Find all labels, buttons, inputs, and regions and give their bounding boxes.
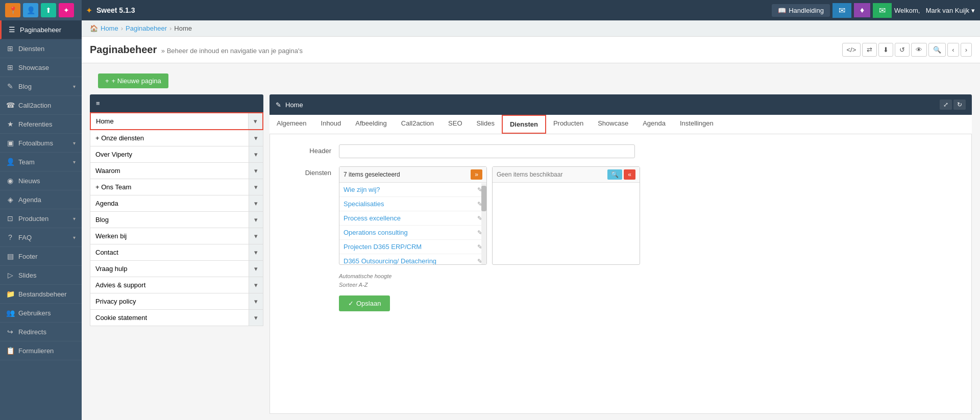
code-view-btn[interactable]: </> bbox=[842, 43, 861, 57]
tab-producten[interactable]: Producten bbox=[546, 115, 591, 134]
share-btn[interactable]: ⇄ bbox=[862, 43, 877, 57]
tree-item-6-arrow[interactable]: ▾ bbox=[249, 212, 263, 228]
tree-item-1-arrow[interactable]: ▾ bbox=[249, 130, 263, 146]
tree-item-5-content: Agenda bbox=[90, 195, 249, 211]
user-menu-button[interactable]: Welkom, Mark van Kuijk ▾ bbox=[894, 7, 975, 14]
tab-slides[interactable]: Slides bbox=[470, 115, 502, 134]
handleiding-button[interactable]: 📖 Handleiding bbox=[772, 4, 830, 17]
tree-item-8-arrow[interactable]: ▾ bbox=[249, 244, 263, 260]
prev-btn[interactable]: ‹ bbox=[947, 43, 959, 57]
new-page-button[interactable]: + + Nieuwe pagina bbox=[98, 73, 168, 88]
tree-item-4-content: + Ons Team bbox=[90, 179, 249, 195]
tree-item-4-arrow[interactable]: ▾ bbox=[249, 179, 263, 195]
sidebar-item-fotoalbums[interactable]: ▣ Fotoalbums ▾ bbox=[0, 134, 82, 153]
tab-seo[interactable]: SEO bbox=[441, 115, 469, 134]
tree-item-advies[interactable]: Advies & support ▾ bbox=[90, 277, 263, 293]
breadcrumb-home[interactable]: Home bbox=[101, 24, 118, 32]
tree-item-7-arrow[interactable]: ▾ bbox=[249, 228, 263, 244]
sidebar-item-footer[interactable]: ▤ Footer bbox=[0, 247, 82, 266]
sidebar-icon-bar: 📍 👤 ⬆ ✦ bbox=[0, 0, 82, 20]
sidebar-item-call2action[interactable]: ☎ Call2action bbox=[0, 96, 82, 115]
history-btn[interactable]: ↺ bbox=[895, 43, 910, 57]
tab-call2action[interactable]: Call2action bbox=[394, 115, 441, 134]
diensten-item-0[interactable]: Wie zijn wij? ✎ bbox=[339, 183, 486, 197]
remove-btn[interactable]: « bbox=[624, 169, 635, 180]
tree-item-3-label: Waarom bbox=[95, 167, 120, 175]
save-button[interactable]: ✓ Opslaan bbox=[339, 295, 390, 311]
book-icon: 📖 bbox=[778, 7, 786, 14]
tab-afbeelding[interactable]: Afbeelding bbox=[348, 115, 394, 134]
mail-button[interactable]: ✉ bbox=[832, 3, 851, 18]
tree-item-9-arrow[interactable]: ▾ bbox=[249, 261, 263, 277]
icon-btn-user[interactable]: 👤 bbox=[23, 3, 38, 17]
tree-item-agenda[interactable]: Agenda ▾ bbox=[90, 195, 263, 212]
sidebar-item-bestandsbeheer[interactable]: 📁 Bestandsbeheer bbox=[0, 285, 82, 304]
breadcrumb-paginabeheer[interactable]: Paginabeheer bbox=[126, 24, 167, 32]
sidebar-item-diensten[interactable]: ⊞ Diensten bbox=[0, 39, 82, 58]
sidebar-item-formulieren[interactable]: 📋 Formulieren bbox=[0, 341, 82, 360]
tree-item-werken-bij[interactable]: Werken bij ▾ bbox=[90, 228, 263, 244]
add-to-right-btn[interactable]: » bbox=[471, 169, 482, 180]
sidebar-item-team[interactable]: 👤 Team ▾ bbox=[0, 153, 82, 171]
diensten-item-1[interactable]: Specialisaties ✎ bbox=[339, 197, 486, 211]
tree-item-over-viperty[interactable]: Over Viperty ▾ bbox=[90, 146, 263, 163]
diensten-item-2[interactable]: Process excellence ✎ bbox=[339, 211, 486, 226]
search-available-btn[interactable]: 🔍 bbox=[607, 169, 622, 180]
tree-item-2-arrow[interactable]: ▾ bbox=[249, 146, 263, 162]
tab-instellingen[interactable]: Instellingen bbox=[673, 115, 721, 134]
next-btn[interactable]: › bbox=[961, 43, 972, 57]
sidebar-item-gebruikers[interactable]: 👥 Gebruikers bbox=[0, 304, 82, 323]
tree-item-11-arrow[interactable]: ▾ bbox=[249, 293, 263, 309]
sidebar-item-referenties[interactable]: ★ Referenties bbox=[0, 115, 82, 134]
icon-btn-location[interactable]: 📍 bbox=[5, 3, 20, 17]
tab-agenda[interactable]: Agenda bbox=[635, 115, 673, 134]
tree-item-6-content: Blog bbox=[90, 212, 249, 228]
tree-item-5-arrow[interactable]: ▾ bbox=[249, 195, 263, 211]
diensten-item-5[interactable]: D365 Outsourcing/ Detachering ✎ bbox=[339, 254, 486, 264]
eye-btn[interactable]: 👁 bbox=[911, 43, 927, 57]
sidebar-item-producten[interactable]: ⊡ Producten ▾ bbox=[0, 209, 82, 228]
tree-item-contact[interactable]: Contact ▾ bbox=[90, 244, 263, 261]
tab-inhoud[interactable]: Inhoud bbox=[314, 115, 349, 134]
chevron-icon: ▾ bbox=[73, 84, 76, 89]
expand-btn[interactable]: ⤢ bbox=[940, 100, 952, 110]
sidebar-item-showcase[interactable]: ⊞ Showcase bbox=[0, 58, 82, 77]
tree-item-cookie[interactable]: Cookie statement ▾ bbox=[90, 310, 263, 326]
sidebar-item-paginabeheer[interactable]: ☰ Paginabeheer bbox=[0, 20, 82, 39]
tab-diensten[interactable]: Diensten bbox=[502, 115, 546, 134]
toolbar-right: </> ⇄ ⬇ ↺ 👁 🔍 ‹ › bbox=[842, 43, 972, 57]
tab-algemeen[interactable]: Algemeen bbox=[270, 115, 314, 134]
tree-item-privacy[interactable]: Privacy policy ▾ bbox=[90, 293, 263, 310]
refresh-btn[interactable]: ↻ bbox=[953, 100, 966, 110]
icon-btn-upload[interactable]: ⬆ bbox=[41, 3, 56, 17]
sidebar-item-faq[interactable]: ? FAQ ▾ bbox=[0, 228, 82, 247]
tree-item-onze-diensten[interactable]: + Onze diensten ▾ bbox=[90, 130, 263, 146]
diensten-selected-header: 7 items geselecteerd » bbox=[339, 167, 486, 183]
header-input[interactable] bbox=[339, 144, 635, 158]
diensten-item-3[interactable]: Operations consulting ✎ bbox=[339, 226, 486, 240]
tree-item-12-arrow[interactable]: ▾ bbox=[249, 310, 263, 326]
download-btn[interactable]: ⬇ bbox=[878, 43, 893, 57]
tab-showcase[interactable]: Showcase bbox=[591, 115, 635, 134]
sidebar-item-nieuws[interactable]: ◉ Nieuws bbox=[0, 171, 82, 190]
sidebar-item-blog[interactable]: ✎ Blog ▾ bbox=[0, 77, 82, 96]
tree-item-waarom[interactable]: Waarom ▾ bbox=[90, 163, 263, 179]
diamond-button[interactable]: ♦ bbox=[854, 3, 870, 17]
right-panel-title: Home bbox=[285, 101, 303, 109]
tree-item-10-arrow[interactable]: ▾ bbox=[249, 277, 263, 293]
tree-item-ons-team[interactable]: + Ons Team ▾ bbox=[90, 179, 263, 195]
sidebar-item-redirects[interactable]: ↪ Redirects bbox=[0, 323, 82, 341]
sidebar-item-agenda[interactable]: ◈ Agenda bbox=[0, 190, 82, 209]
diensten-item-4[interactable]: Projecten D365 ERP/CRM ✎ bbox=[339, 240, 486, 254]
tree-item-vraag-hulp[interactable]: Vraag hulp ▾ bbox=[90, 261, 263, 277]
envelope-button[interactable]: ✉ bbox=[873, 3, 892, 18]
tree-item-3-arrow[interactable]: ▾ bbox=[249, 163, 263, 179]
sidebar-item-slides[interactable]: ▷ Slides bbox=[0, 266, 82, 285]
tree-item-home[interactable]: Home ▾ bbox=[90, 112, 263, 130]
tree-item-home-arrow[interactable]: ▾ bbox=[248, 113, 262, 129]
search-btn[interactable]: 🔍 bbox=[928, 43, 946, 57]
icon-btn-share[interactable]: ✦ bbox=[59, 3, 74, 17]
tree-item-blog[interactable]: Blog ▾ bbox=[90, 212, 263, 228]
bestandsbeheer-icon: 📁 bbox=[6, 290, 14, 298]
diensten-item-4-label: Projecten D365 ERP/CRM bbox=[344, 243, 422, 251]
